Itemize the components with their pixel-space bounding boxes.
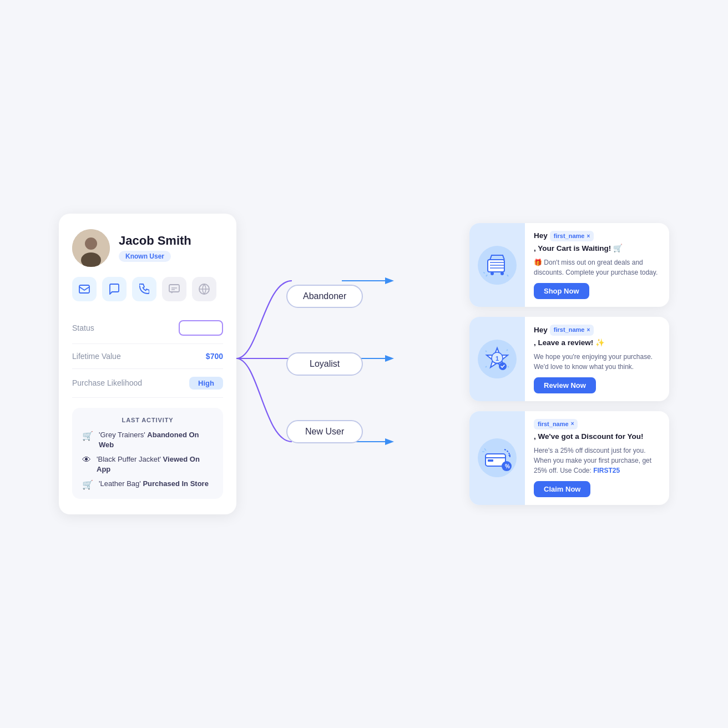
contact-icons [72, 277, 223, 301]
svg-text:%: % [505, 463, 510, 469]
status-value [179, 320, 223, 336]
abandoner-message-desc: 🎁 Don't miss out on great deals and disc… [534, 257, 660, 277]
new-user-message-body: first_name × , We've got a Discount for … [525, 411, 669, 505]
purchase-likelihood-label: Purchase Likelihood [72, 378, 142, 387]
activity-text-1: 'Grey Trainers' Abandoned On Web [99, 430, 213, 450]
known-user-badge: Known User [119, 251, 171, 262]
profile-header: Jacob Smith Known User [72, 229, 223, 267]
claim-now-button[interactable]: Claim Now [534, 481, 590, 497]
new-user-illustration: % [469, 411, 525, 505]
loyalist-message-body: Hey first_name × , Leave a review! ✨ We … [525, 317, 669, 401]
profile-name: Jacob Smith [119, 234, 191, 248]
sms-contact-btn[interactable] [162, 277, 186, 301]
svg-point-1 [85, 237, 97, 250]
status-label: Status [72, 323, 94, 332]
new-user-message-card: % first_name × , We've got a Discount fo… [469, 411, 669, 505]
last-activity: LAST ACTIVITY 🛒 'Grey Trainers' Abandone… [72, 408, 223, 499]
phone-contact-btn[interactable] [132, 277, 156, 301]
lifetime-value-row: Lifetime Value $700 [72, 344, 223, 369]
svg-point-12 [501, 272, 504, 275]
abandoner-firstname-tag: first_name × [550, 231, 594, 241]
chat-contact-btn[interactable] [102, 277, 127, 301]
cart-icon-1: 🛒 [82, 431, 93, 441]
status-field-row: Status [72, 312, 223, 344]
new-user-firstname-tag: first_name × [534, 419, 578, 429]
profile-card: Jacob Smith Known User Status [59, 214, 236, 515]
eye-icon: 👁 [82, 455, 91, 465]
cart-icon-2: 🛒 [82, 479, 93, 490]
lifetime-value: $700 [206, 352, 223, 361]
activity-text-2: 'Black Puffer Jacket' Viewed On App [97, 454, 213, 474]
abandoner-illustration [469, 223, 525, 307]
last-activity-title: LAST ACTIVITY [82, 417, 213, 423]
segment-loyalist[interactable]: Loyalist [286, 352, 363, 376]
abandoner-message-title: Hey first_name × , Your Cart is Waiting!… [534, 231, 660, 254]
avatar [72, 229, 110, 267]
loyalist-message-desc: We hope you're enjoying your purchase. W… [534, 352, 660, 372]
lifetime-value-label: Lifetime Value [72, 352, 121, 361]
activity-item-1: 🛒 'Grey Trainers' Abandoned On Web [82, 430, 213, 450]
abandoner-message-body: Hey first_name × , Your Cart is Waiting!… [525, 223, 669, 307]
segment-new-user[interactable]: New User [286, 420, 363, 443]
activity-item-2: 👁 'Black Puffer Jacket' Viewed On App [82, 454, 213, 474]
svg-rect-3 [79, 285, 89, 293]
segments-col: Abandoner Loyalist New User [286, 285, 363, 443]
svg-rect-7 [488, 260, 504, 272]
shop-now-button[interactable]: Shop Now [534, 283, 589, 299]
new-user-message-desc: Here's a 25% off discount just for you. … [534, 446, 660, 476]
svg-point-11 [491, 272, 494, 275]
purchase-likelihood-row: Purchase Likelihood High [72, 369, 223, 398]
loyalist-message-card: 1 Hey first_name × , Leave a review! ✨ [469, 317, 669, 401]
new-user-message-title: first_name × , We've got a Discount for … [534, 419, 660, 442]
activity-item-3: 🛒 'Leather Bag' Purchased In Store [82, 479, 213, 490]
activity-text-3: 'Leather Bag' Purchased In Store [99, 479, 209, 489]
messages-col: Hey first_name × , Your Cart is Waiting!… [469, 223, 669, 505]
abandoner-message-card: Hey first_name × , Your Cart is Waiting!… [469, 223, 669, 307]
email-contact-btn[interactable] [72, 277, 97, 301]
web-contact-btn[interactable] [192, 277, 216, 301]
loyalist-firstname-tag: first_name × [550, 325, 594, 335]
loyalist-message-title: Hey first_name × , Leave a review! ✨ [534, 325, 660, 348]
loyalist-illustration: 1 [469, 317, 525, 401]
purchase-likelihood-value: High [189, 377, 223, 390]
profile-fields: Status Lifetime Value $700 Purchase Like… [72, 312, 223, 398]
discount-code: FIRST25 [593, 467, 620, 474]
svg-text:1: 1 [496, 355, 499, 362]
svg-rect-21 [488, 459, 493, 462]
review-now-button[interactable]: Review Now [534, 377, 596, 393]
segment-abandoner[interactable]: Abandoner [286, 285, 363, 308]
